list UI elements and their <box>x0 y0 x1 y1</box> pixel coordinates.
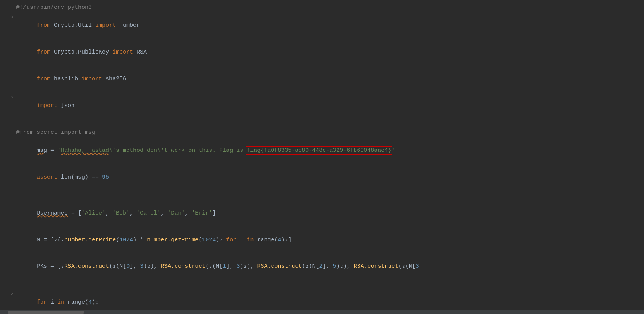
fn-rsa-4: RSA.construct <box>354 263 398 270</box>
kw-for-15: for <box>37 299 47 306</box>
n2-close: ], <box>323 263 333 270</box>
var-pks: PKs <box>37 263 47 270</box>
line-7-content: #from secret import msg <box>16 128 95 137</box>
kw-in-12: in <box>247 237 254 243</box>
line-2: ◇ from Crypto.Util import number <box>0 12 644 39</box>
name-4: sha256 <box>102 76 126 82</box>
fn-rsa-1: RSA.construct <box>64 263 109 270</box>
gutter-5: △ <box>4 94 13 100</box>
fn-getprime-2: number.getPrime <box>147 237 198 243</box>
assert-expr: len(msg) == <box>57 174 102 181</box>
for-i: i <box>47 299 57 306</box>
n1-close: ], <box>226 263 236 270</box>
line-11: Usernames = ['Alice', 'Bob', 'Carol', 'D… <box>0 200 644 227</box>
var-N: N <box>37 237 40 243</box>
idx-0: 0 <box>126 263 130 270</box>
sub-13-1: ₂ <box>61 263 64 270</box>
n1: N[ <box>216 263 223 270</box>
range-15: range( <box>64 299 88 306</box>
op-eq-11: = [ <box>68 210 81 216</box>
line-9-content: assert len(msg) == 95 <box>16 164 109 191</box>
num-1024-1: 1024 <box>119 237 133 243</box>
op-eq-8: = <box>47 147 57 154</box>
idx-2: 2 <box>319 263 323 270</box>
name-2: number <box>116 22 140 29</box>
paren-12-5: )₂ <box>216 237 223 243</box>
num-95: 95 <box>102 174 109 181</box>
line-1: #!/usr/bin/env python3 <box>0 3 644 12</box>
comma-2: , <box>130 210 137 216</box>
line-8: msg = 'Hahaha, Hastad\'s method don\'t w… <box>0 137 644 164</box>
line-10-empty <box>0 191 644 200</box>
op-mul: * <box>137 237 147 243</box>
fold-indicator-5: △ <box>10 94 13 100</box>
flag-value: flag{fa0f8335-ae80-448e-a329-6fb69048aae… <box>247 147 391 154</box>
num-5: 5 <box>333 263 337 270</box>
fn-rsa-2: RSA.construct <box>161 263 205 270</box>
comma-13-3: ), <box>343 263 354 270</box>
idx-3: 3 <box>416 263 419 270</box>
paren-13-5: (₂( <box>302 263 312 270</box>
op-eq-13: = [ <box>47 263 61 270</box>
scrollbar-thumb[interactable] <box>8 311 84 314</box>
line-1-content: #!/usr/bin/env python3 <box>16 3 92 12</box>
kw-from-4: from <box>37 76 50 82</box>
line-13: PKs = [₂RSA.construct(₂(N[0], 3)₂), RSA.… <box>0 253 644 280</box>
comma-4: , <box>185 210 192 216</box>
paren-12-4: ( <box>198 237 202 243</box>
str-hastad: Hastad <box>88 147 109 154</box>
n0: N[ <box>119 263 126 270</box>
paren-12-1: ₂(₂ <box>54 237 64 243</box>
line-13-content: PKs = [₂RSA.construct(₂(N[0], 3)₂), RSA.… <box>16 253 419 280</box>
name-3: RSA <box>133 49 147 55</box>
paren-13-7: (₂(N[ <box>398 263 416 270</box>
str-open-8: ' <box>57 147 61 154</box>
kw-assert: assert <box>37 174 57 181</box>
kw-from-3: from <box>37 49 50 55</box>
op-eq-12: = [ <box>40 237 54 243</box>
line-11-content: Usernames = ['Alice', 'Bob', 'Carol', 'D… <box>16 200 216 227</box>
kw-import-4: import <box>81 76 102 82</box>
line-6-empty <box>0 119 644 128</box>
line-12: N = [₂(₂number.getPrime(1024) * number.g… <box>0 226 644 253</box>
line-3-content: from Crypto.PublicKey import RSA <box>16 39 147 66</box>
paren-13-2: )₂ <box>143 263 150 270</box>
num-1024-2: 1024 <box>202 237 216 243</box>
for-var: _ <box>236 237 247 243</box>
paren-12-3: ) <box>133 237 137 243</box>
line-3: from Crypto.PublicKey import RSA <box>0 39 644 66</box>
kw-in-15: in <box>57 299 64 306</box>
var-usernames: Usernames <box>37 210 68 216</box>
paren-12-2: ( <box>116 237 119 243</box>
fn-rsa-3: RSA.construct <box>257 263 302 270</box>
close-bracket-11: ] <box>212 210 216 216</box>
line-2-content: from Crypto.Util import number <box>16 12 140 39</box>
kw-for-inline: for <box>226 237 236 243</box>
code-editor: #!/usr/bin/env python3 ◇ from Crypto.Uti… <box>0 0 644 314</box>
fold-indicator-2: ◇ <box>10 14 13 20</box>
num-4-15: 4 <box>88 299 92 306</box>
n2: N[ <box>312 263 319 270</box>
num-3-1: 3 <box>140 263 143 270</box>
kw-import-3: import <box>112 49 133 55</box>
str-close-8: ' <box>391 147 395 154</box>
fn-getprime-1: number.getPrime <box>64 237 116 243</box>
module-4: hashlib <box>50 76 81 82</box>
str-erin: 'Erin' <box>192 210 212 216</box>
comma-13-1: ), <box>150 263 161 270</box>
close-bracket-12: ] <box>288 237 291 243</box>
line-9: assert len(msg) == 95 <box>0 164 644 191</box>
line-5-content: import json <box>16 92 75 119</box>
comma-1: , <box>106 210 112 216</box>
range-12: range( <box>254 237 278 243</box>
str-hahaha: Hahaha, <box>61 147 88 154</box>
horizontal-scrollbar[interactable] <box>0 310 644 314</box>
paren-13-6: )₂ <box>337 263 343 270</box>
var-msg: msg <box>37 147 47 154</box>
str-alice: 'Alice' <box>81 210 106 216</box>
fold-indicator-15[interactable]: ▽ <box>10 291 13 297</box>
module-3: Crypto.PublicKey <box>50 49 112 55</box>
str-dan: 'Dan' <box>168 210 185 216</box>
str-bob: 'Bob' <box>112 210 130 216</box>
range-close-15: ): <box>92 299 99 306</box>
